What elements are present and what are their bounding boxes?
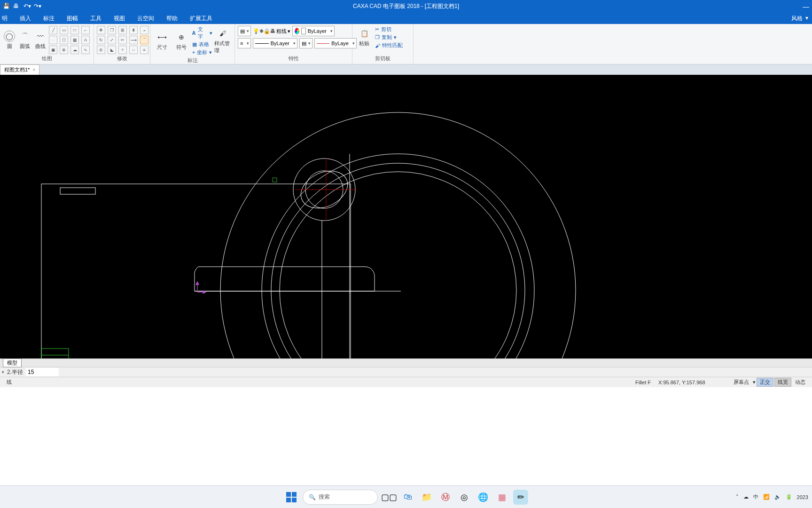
ltscale-dd[interactable]: ▤ <box>299 38 312 48</box>
scale-icon[interactable]: ⤢ <box>108 36 116 44</box>
svg-rect-0 <box>41 184 351 358</box>
layer-dropdown[interactable]: ▤ <box>238 26 251 36</box>
paste-button[interactable]: 📋粘贴 <box>355 28 373 47</box>
radius-input[interactable] <box>26 368 59 376</box>
redo-icon[interactable]: ↷▾ <box>34 3 41 10</box>
dynamic-toggle[interactable]: 动态 <box>791 379 809 386</box>
ellipse-icon[interactable]: ⬭ <box>70 26 79 34</box>
rotate-icon[interactable]: ↻ <box>97 36 105 44</box>
linetype2-dd[interactable]: ByLaye <box>314 38 357 48</box>
style-button[interactable]: 🖌样式管理 <box>214 28 232 54</box>
chamfer-icon[interactable]: ◣ <box>108 46 116 54</box>
fillet-icon[interactable]: ⌒ <box>140 36 148 44</box>
linetype-dd[interactable]: ≡ <box>238 38 251 48</box>
minimize-button[interactable]: — <box>803 3 809 10</box>
arc-button[interactable]: ⌒圆弧 <box>18 31 32 50</box>
match-button[interactable]: 🖌 特性匹配 <box>375 42 403 49</box>
trim-icon[interactable]: ✂ <box>118 36 127 44</box>
menu-item[interactable]: 帮助 <box>166 15 178 23</box>
ime-indicator[interactable]: 中 <box>753 493 758 500</box>
cloud-icon[interactable]: ☁ <box>70 46 79 54</box>
dim-button[interactable]: ⟷尺寸 <box>153 32 171 51</box>
break-icon[interactable]: ⊘ <box>97 46 105 54</box>
copy-icon[interactable]: ❐ <box>108 26 116 34</box>
menu-item[interactable]: 视图 <box>114 15 125 23</box>
copy-button[interactable]: ❐ 复制▾ <box>375 34 403 41</box>
arc-label: 圆弧 <box>20 43 30 50</box>
mcafee-icon[interactable]: Ⓜ <box>438 490 453 505</box>
caxa-icon[interactable]: ✏ <box>513 490 528 505</box>
extend-icon[interactable]: ⟶ <box>129 36 138 44</box>
battery-icon[interactable]: 🔋 <box>786 494 792 500</box>
array-icon[interactable]: ⊞ <box>118 26 127 34</box>
menu-item[interactable]: 图幅 <box>67 15 78 23</box>
chevron-down-icon[interactable]: ▾ <box>2 370 4 374</box>
ortho-toggle[interactable]: 正交 <box>757 378 773 387</box>
spline-button[interactable]: 〰曲线 <box>33 31 47 50</box>
menu-item[interactable]: 明 <box>2 15 8 23</box>
cut-button[interactable]: ✂ 剪切 <box>375 26 403 33</box>
edge-icon[interactable]: 🌐 <box>476 490 491 505</box>
document-tab[interactable]: 程图文档1*× <box>0 64 39 75</box>
rect-icon[interactable]: ▭ <box>60 26 68 34</box>
coord-button[interactable]: ⌖ 坐标▾ <box>192 49 212 56</box>
symbol-button[interactable]: ⊕符号 <box>172 32 190 51</box>
save-icon[interactable]: 💾 <box>3 3 10 10</box>
axis-icon[interactable]: ⊕ <box>60 46 68 54</box>
lineweight-dd[interactable]: ByLayer <box>253 38 297 48</box>
polygon-icon[interactable]: ⬠ <box>60 36 68 44</box>
drawing-canvas[interactable] <box>0 75 812 358</box>
text-icon[interactable]: A <box>81 36 90 44</box>
menu-item[interactable]: 工具 <box>90 15 102 23</box>
ribbon: ◯圆 ⌒圆弧 〰曲线 ╱▭⬭⌐ ·⬠▦A ▣⊕☁∿ 绘图 ✥❐⊞⧗⫠ ↻⤢✂⟶⌒… <box>0 24 812 64</box>
chevron-down-icon[interactable]: ▾ <box>805 15 808 23</box>
print-icon[interactable]: 🖶 <box>13 3 21 10</box>
explode-icon[interactable]: ✧ <box>118 46 127 54</box>
color-dropdown[interactable]: ByLayer <box>292 26 335 36</box>
wave-icon[interactable]: ∿ <box>81 46 90 54</box>
onedrive-icon[interactable]: ☁ <box>743 494 749 500</box>
windows-taskbar: 🔍搜索 ▢▢ 🛍 📁 Ⓜ ◎ 🌐 ▦ ✏ ˄ ☁ 中 📶 🔈 🔋 2023 <box>0 485 812 508</box>
hatch-icon[interactable]: ▦ <box>70 36 79 44</box>
taskbar-search[interactable]: 🔍搜索 <box>303 490 378 505</box>
circle-button[interactable]: ◯圆 <box>3 31 16 50</box>
dropdown-icon[interactable]: ▾ <box>753 379 756 385</box>
stretch-icon[interactable]: ↔ <box>129 46 138 54</box>
sheet-tab-model[interactable]: 模型 <box>3 358 22 367</box>
mirror-icon[interactable]: ⧗ <box>129 26 138 34</box>
explorer-icon[interactable]: 📁 <box>419 490 434 505</box>
status-command: Fillet F <box>632 380 655 385</box>
menu-item[interactable]: 云空间 <box>137 15 154 23</box>
offset-icon[interactable]: ⫠ <box>140 26 148 34</box>
command-input-row: ▾ 2.半径 <box>0 367 812 377</box>
start-button[interactable] <box>284 490 299 505</box>
sym-label: 符号 <box>176 44 187 51</box>
close-icon[interactable]: × <box>32 67 35 72</box>
ribbon-group-annotation: ⟷尺寸 ⊕符号 A文字▾ ▦ 表格 ⌖ 坐标▾ 🖌样式管理 标注 <box>150 24 235 64</box>
polyline-icon[interactable]: ⌐ <box>81 26 90 34</box>
table-button[interactable]: ▦ 表格 <box>192 41 212 48</box>
menu-item[interactable]: 扩展工具 <box>190 15 212 23</box>
volume-icon[interactable]: 🔈 <box>774 494 781 500</box>
status-screenpoint[interactable]: 屏幕点 <box>730 379 753 386</box>
block-icon[interactable]: ▣ <box>49 46 57 54</box>
menu-item[interactable]: 标注 <box>43 15 55 23</box>
store-icon[interactable]: 🛍 <box>400 490 415 505</box>
dell-icon[interactable]: ◎ <box>457 490 472 505</box>
pt-icon[interactable]: · <box>49 36 57 44</box>
lineweight-toggle[interactable]: 线宽 <box>774 378 791 387</box>
clock-year[interactable]: 2023 <box>797 494 808 500</box>
radius-label: 2.半径 <box>7 368 23 376</box>
taskview-icon[interactable]: ▢▢ <box>382 490 397 505</box>
app-icon[interactable]: ▦ <box>494 490 509 505</box>
menu-item[interactable]: 插入 <box>20 15 31 23</box>
text-button[interactable]: A文字▾ <box>192 26 212 40</box>
move-icon[interactable]: ✥ <box>97 26 105 34</box>
undo-icon[interactable]: ↶▾ <box>23 3 31 10</box>
svg-point-24 <box>280 172 516 358</box>
wifi-icon[interactable]: 📶 <box>763 494 770 500</box>
align-icon[interactable]: ≡ <box>140 46 148 54</box>
style-menu[interactable]: 风格 <box>791 15 803 23</box>
tray-chevron-icon[interactable]: ˄ <box>736 494 739 500</box>
line-icon[interactable]: ╱ <box>49 26 57 34</box>
